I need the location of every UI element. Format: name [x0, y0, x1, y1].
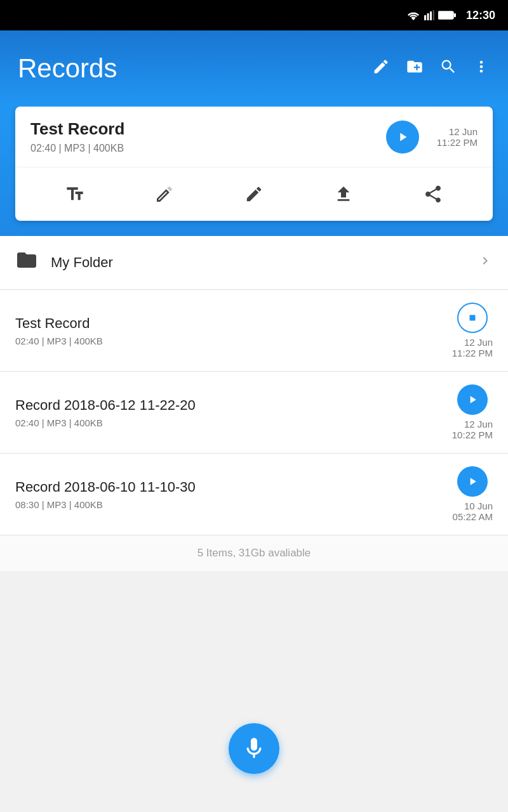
record-item-info: Record 2018-06-10 11-10-30 08:30 | MP3 |… — [15, 479, 443, 510]
record-date-1: 12 Jun 10:22 PM — [452, 419, 493, 440]
folder-row[interactable]: My Folder — [0, 236, 508, 290]
status-bar: 12:30 — [0, 0, 508, 30]
edit-button[interactable] — [239, 179, 269, 209]
app-bar: Records — [0, 30, 508, 107]
svg-rect-5 — [454, 13, 456, 17]
chevron-right-icon — [478, 253, 493, 272]
featured-card: Test Record 02:40 | MP3 | 400KB 12 Jun 1… — [15, 107, 493, 221]
upload-button[interactable] — [328, 179, 359, 209]
record-item[interactable]: Record 2018-06-12 11-22-20 02:40 | MP3 |… — [0, 372, 508, 454]
folder-icon — [15, 249, 38, 277]
svg-rect-3 — [432, 10, 434, 20]
wifi-icon — [406, 10, 420, 20]
app-bar-actions — [372, 58, 490, 80]
edit-note-button[interactable] — [149, 179, 180, 209]
stop-button-0[interactable] — [457, 303, 488, 333]
search-icon[interactable] — [439, 58, 457, 80]
featured-section: Test Record 02:40 | MP3 | 400KB 12 Jun 1… — [0, 107, 508, 236]
record-item-info: Test Record 02:40 | MP3 | 400KB — [15, 315, 442, 346]
share-button[interactable] — [418, 179, 448, 209]
status-icons — [406, 10, 456, 20]
svg-rect-2 — [430, 11, 432, 20]
svg-rect-7 — [469, 315, 475, 321]
play-button-1[interactable] — [457, 384, 488, 415]
featured-play-button[interactable] — [386, 121, 419, 154]
record-item-right-2: 10 Jun 05:22 AM — [453, 466, 493, 522]
transcribe-button[interactable] — [60, 179, 90, 209]
battery-icon — [438, 11, 456, 20]
status-time: 12:30 — [466, 9, 495, 22]
storage-info: 5 Items, 31Gb avaliable — [0, 535, 508, 571]
record-title-2: Record 2018-06-10 11-10-30 — [15, 479, 443, 495]
record-title-0: Test Record — [15, 315, 442, 332]
list-area: My Folder Test Record 02:40 | MP3 | 400K… — [0, 236, 508, 571]
svg-rect-6 — [439, 13, 452, 18]
featured-card-top: Test Record 02:40 | MP3 | 400KB 12 Jun 1… — [15, 107, 493, 167]
record-item[interactable]: Record 2018-06-10 11-10-30 08:30 | MP3 |… — [0, 454, 508, 535]
record-title-1: Record 2018-06-12 11-22-20 — [15, 397, 442, 414]
record-meta-2: 08:30 | MP3 | 400KB — [15, 499, 443, 510]
app-title: Records — [18, 53, 372, 84]
new-folder-icon[interactable] — [405, 58, 424, 80]
record-item-right-1: 12 Jun 10:22 PM — [452, 384, 493, 440]
record-item[interactable]: Test Record 02:40 | MP3 | 400KB 12 Jun 1… — [0, 290, 508, 372]
record-item-info: Record 2018-06-12 11-22-20 02:40 | MP3 |… — [15, 397, 442, 428]
featured-record-meta: 02:40 | MP3 | 400KB — [30, 143, 386, 154]
record-date-2: 10 Jun 05:22 AM — [453, 501, 493, 522]
record-date-0: 12 Jun 11:22 PM — [452, 337, 493, 358]
featured-card-right: 12 Jun 11:22 PM — [386, 121, 478, 154]
record-meta-1: 02:40 | MP3 | 400KB — [15, 417, 442, 428]
featured-record-title: Test Record — [30, 119, 386, 139]
signal-icon — [424, 10, 434, 20]
edit-icon[interactable] — [372, 58, 390, 80]
svg-rect-1 — [427, 13, 429, 20]
more-options-icon[interactable] — [472, 58, 490, 80]
featured-card-info: Test Record 02:40 | MP3 | 400KB — [30, 119, 386, 154]
record-fab-button[interactable] — [229, 723, 279, 774]
featured-record-date: 12 Jun 11:22 PM — [437, 126, 478, 148]
record-item-right-0: 12 Jun 11:22 PM — [452, 303, 493, 358]
play-button-2[interactable] — [457, 466, 488, 497]
svg-rect-0 — [424, 15, 426, 20]
folder-name: My Folder — [51, 254, 478, 271]
featured-card-actions — [15, 167, 493, 221]
record-meta-0: 02:40 | MP3 | 400KB — [15, 336, 442, 346]
